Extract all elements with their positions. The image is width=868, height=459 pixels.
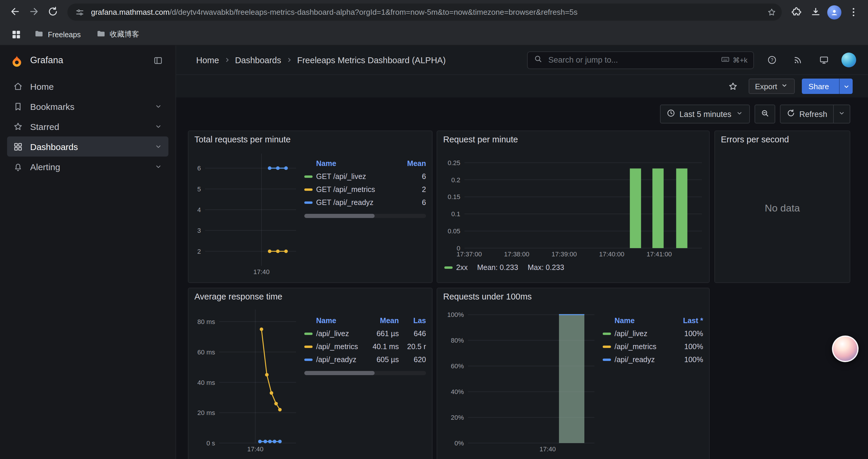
bookmark-blog-folder[interactable]: 收藏博客 [91,27,144,42]
monitor-icon[interactable] [815,52,832,68]
reload-button[interactable] [44,3,61,21]
sidebar-item-home[interactable]: Home [7,76,168,96]
news-rss-icon[interactable] [789,52,806,68]
time-range-label: Last 5 minutes [680,109,732,119]
downloads-icon[interactable] [807,3,824,21]
legend-row[interactable]: /api/_readyz 100% [603,353,703,366]
sidebar-item-bookmarks[interactable]: Bookmarks [7,96,168,117]
svg-text:0.05: 0.05 [447,227,460,235]
legend-row[interactable]: GET /api/_livez 6 [304,170,426,183]
panel-title[interactable]: Request per minute [437,131,709,148]
bookmark-freeleaps-folder[interactable]: Freeleaps [30,27,85,42]
dock-menu-icon[interactable] [150,52,166,68]
series-name[interactable]: /api/_readyz [316,356,362,364]
share-label[interactable]: Share [802,78,836,94]
site-info-icon[interactable] [72,4,88,20]
series-name[interactable]: /api/_metrics [316,342,362,351]
search-icon [533,54,542,66]
svg-text:4: 4 [197,206,201,214]
chevron-down-icon[interactable] [154,102,162,110]
scrollbar-thumb[interactable] [304,214,375,218]
panel-title[interactable]: Average response time [188,288,432,305]
legend-row[interactable]: /api/_livez 100% [603,327,703,340]
share-button[interactable]: Share [802,78,852,94]
legend-inline: 2xx Mean: 0.233 Max: 0.233 [437,259,709,272]
series-name[interactable]: GET /api/_metrics [316,186,399,194]
series-name[interactable]: 2xx [456,263,468,272]
svg-text:5: 5 [197,186,201,193]
favorite-star-icon[interactable] [725,78,741,95]
folder-icon [96,29,105,40]
search-input[interactable] [547,55,716,65]
legend-last-header[interactable]: Las [399,317,426,325]
panel-title[interactable]: Total requests per minute [188,131,432,148]
back-button[interactable] [6,3,24,21]
profile-avatar[interactable] [826,3,843,21]
refresh-button[interactable]: Refresh [780,104,834,124]
series-name[interactable]: GET /api/_readyz [316,198,399,207]
series-name[interactable]: /api/_metrics [615,342,676,351]
forward-button[interactable] [25,3,42,21]
panel-title[interactable]: Requests under 100ms [437,288,709,305]
svg-text:80 ms: 80 ms [197,318,215,326]
refresh-button-group: Refresh [780,104,850,124]
svg-text:0.1: 0.1 [451,210,460,218]
grafana-logo[interactable] [9,53,24,68]
series-name[interactable]: /api/_livez [615,330,676,338]
series-name[interactable]: GET /api/_livez [316,172,399,181]
breadcrumb-dashboards[interactable]: Dashboards [235,55,281,65]
series-mean: 6 [399,172,426,181]
time-range-picker[interactable]: Last 5 minutes [660,104,750,124]
extensions-icon[interactable] [788,3,805,21]
sidebar-item-starred[interactable]: Starred [7,117,168,136]
panel-title[interactable]: Errors per second [715,131,850,148]
legend-mean-header[interactable]: Mean [362,317,399,325]
legend-header: Name Mean Las [304,314,426,327]
legend-row[interactable]: GET /api/_metrics 2 [304,183,426,196]
menu-kebab-icon[interactable] [844,3,862,21]
bar-chart[interactable]: 0.250.20.150.10.05017:37:0017:38:0017:39… [440,148,707,259]
scrollbar-thumb[interactable] [304,371,375,375]
legend-name-header[interactable]: Name [316,160,399,168]
legend-row[interactable]: /api/_metrics 100% [603,340,703,353]
legend-row[interactable]: /api/_metrics 40.1 ms 20.5 r [304,340,426,353]
keyboard-icon [721,55,730,65]
sidebar-item-dashboards[interactable]: Dashboards [7,136,168,157]
search-bar[interactable]: ⌘+k [527,51,754,69]
zoom-out-button[interactable] [754,104,775,124]
apps-grid-icon[interactable] [8,27,24,42]
bar-chart[interactable]: 100%80%60%40%20%0%17:40 [441,305,599,454]
floating-avatar-widget[interactable] [832,335,859,362]
timeseries-chart[interactable]: 6543217:40 [192,148,301,276]
sidebar-item-alerting[interactable]: Alerting [7,157,168,177]
export-button[interactable]: Export [748,78,795,94]
series-name[interactable]: /api/_livez [316,330,362,338]
series-name[interactable]: /api/_readyz [615,356,676,364]
breadcrumb-home[interactable]: Home [196,55,219,65]
svg-text:20%: 20% [451,414,464,421]
chevron-down-icon [838,109,845,119]
help-icon[interactable]: ? [764,52,780,68]
share-dropdown-caret[interactable] [839,78,852,94]
refresh-interval-caret[interactable] [834,104,850,124]
legend-name-header[interactable]: Name [316,317,362,325]
legend-last-header[interactable]: Last * [676,317,703,325]
user-avatar[interactable] [841,53,856,67]
legend-mean-header[interactable]: Mean [399,160,426,168]
bookmark-star-icon[interactable] [764,4,779,20]
legend-scrollbar[interactable] [304,214,426,218]
timeseries-chart[interactable]: 80 ms60 ms40 ms20 ms0 s17:40 [192,305,301,454]
address-bar[interactable]: grafana.mathmast.com/d/deytv4rwavabkb/fr… [67,4,782,21]
breadcrumb-current: Freeleaps Metrics Dashboard (ALPHA) [297,55,446,65]
legend-name-header[interactable]: Name [615,317,676,325]
reload-icon [47,6,58,19]
legend-scrollbar[interactable] [304,371,426,375]
legend-row[interactable]: /api/_livez 661 µs 646 [304,327,426,340]
series-color-dash [603,333,611,335]
legend-row[interactable]: GET /api/_readyz 6 [304,196,426,209]
chevron-down-icon[interactable] [154,142,162,151]
star-icon [13,121,23,131]
legend-row[interactable]: /api/_readyz 605 µs 620 [304,353,426,366]
chevron-down-icon[interactable] [154,122,162,131]
chevron-down-icon[interactable] [154,162,162,171]
